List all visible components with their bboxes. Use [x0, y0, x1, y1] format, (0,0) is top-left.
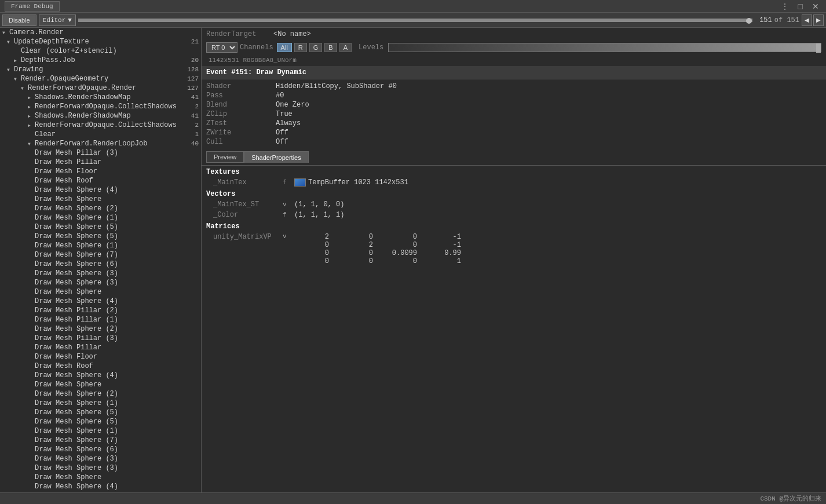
expand-arrow-icon: ▶ — [28, 95, 32, 100]
tree-item-label: Draw Mesh Sphere (6) — [35, 445, 118, 454]
tree-item[interactable]: Draw Mesh Sphere (1) — [0, 399, 201, 408]
tree-item[interactable]: Draw Mesh Sphere (6) — [0, 260, 201, 269]
tree-item[interactable]: Draw Mesh Sphere (5) — [0, 417, 201, 426]
tree-item[interactable]: Clear1 — [0, 130, 201, 139]
tree-item[interactable]: Draw Mesh Sphere (3) — [0, 278, 201, 287]
vector-color-value: (1, 1, 1, 1) — [294, 211, 344, 219]
texture-maintex-row: _MainTex f TempBuffer 1023 1142x531 — [202, 177, 826, 188]
tree-item[interactable]: Draw Mesh Floor — [0, 167, 201, 176]
tree-item[interactable]: ▶RenderForwardOpaque.CollectShadows2 — [0, 102, 201, 111]
expand-arrow-icon: ▼ — [28, 141, 32, 147]
frame-slider[interactable] — [78, 19, 752, 22]
channel-all-btn[interactable]: All — [277, 43, 292, 52]
tree-item[interactable]: ▼Render.OpaqueGeometry127 — [0, 74, 201, 83]
tree-item-label: RenderForwardOpaque.CollectShadows — [35, 103, 177, 111]
tree-item[interactable]: Draw Mesh Sphere (2) — [0, 324, 201, 334]
render-target-label: RenderTarget — [206, 30, 264, 38]
tree-item[interactable]: Draw Mesh Sphere — [0, 287, 201, 297]
menu-button[interactable]: ⋮ — [779, 2, 791, 11]
tree-item-label: Drawing — [14, 65, 43, 74]
tree-item-label: Draw Mesh Sphere (4) — [35, 297, 118, 305]
tree-item[interactable]: ▼RenderForward.RenderLoopJob40 — [0, 139, 201, 148]
tree-item-label: Draw Mesh Roof — [35, 177, 93, 185]
tree-item[interactable]: Draw Mesh Roof — [0, 176, 201, 185]
tab-preview[interactable]: Preview — [206, 151, 244, 163]
tree-item-label: Draw Mesh Sphere (7) — [35, 251, 118, 259]
tree-item[interactable]: Draw Mesh Sphere (7) — [0, 436, 201, 445]
tree-item[interactable]: ▶RenderForwardOpaque.CollectShadows2 — [0, 120, 201, 130]
tree-item[interactable]: Draw Mesh Sphere (5) — [0, 408, 201, 417]
matrix-cell: 0 — [294, 249, 329, 257]
tree-item[interactable]: Draw Mesh Sphere (4) — [0, 185, 201, 195]
close-button[interactable]: ✕ — [810, 2, 821, 11]
tree-item[interactable]: ▼UpdateDepthTexture21 — [0, 37, 201, 46]
tree-item[interactable]: Draw Mesh Sphere (3) — [0, 454, 201, 463]
channel-row: RT 0 Channels All R G B A Levels — [202, 41, 826, 54]
tree-item[interactable]: Clear (color+Z+stencil) — [0, 46, 201, 56]
title-tab[interactable]: Frame Debug — [5, 1, 60, 12]
matrix-vp-row: unity_MatrixVP v 200-1020-1000.00990.990… — [202, 232, 826, 266]
levels-label: Levels — [359, 43, 383, 52]
tree-item-label: Draw Mesh Sphere (2) — [35, 325, 118, 333]
matrix-cell: 0 — [338, 257, 373, 265]
tree-item[interactable]: Draw Mesh Sphere (2) — [0, 389, 201, 399]
tree-item[interactable]: Draw Mesh Pillar (1) — [0, 315, 201, 324]
maximize-button[interactable]: □ — [796, 2, 805, 11]
tree-item[interactable]: Draw Mesh Sphere — [0, 380, 201, 389]
channel-r-btn[interactable]: R — [294, 43, 307, 52]
tree-item-label: Draw Mesh Sphere (3) — [35, 269, 118, 277]
disable-button[interactable]: Disable — [2, 14, 36, 26]
prev-arrow[interactable]: ◀ — [802, 14, 812, 26]
tree-item[interactable]: Draw Mesh Sphere (3) — [0, 463, 201, 473]
tree-item[interactable]: Draw Mesh Sphere (4) — [0, 371, 201, 380]
tree-item[interactable]: Draw Mesh Pillar (2) — [0, 306, 201, 315]
channel-b-btn[interactable]: B — [324, 43, 337, 52]
matrix-cell: 0 — [382, 257, 417, 265]
tree-item[interactable]: Draw Mesh Pillar — [0, 158, 201, 167]
tree-item[interactable]: ▶Shadows.RenderShadowMap41 — [0, 93, 201, 102]
zclip-value: True — [276, 110, 293, 118]
matrix-cell: 1 — [426, 257, 461, 265]
tree-item[interactable]: Draw Mesh Sphere (1) — [0, 213, 201, 222]
tree-item[interactable]: Draw Mesh Sphere — [0, 473, 201, 482]
tree-item[interactable]: Draw Mesh Sphere (5) — [0, 222, 201, 232]
tree-item[interactable]: Draw Mesh Pillar — [0, 343, 201, 352]
rt-selector[interactable]: RT 0 — [206, 42, 237, 53]
tree-item[interactable]: Draw Mesh Sphere (1) — [0, 241, 201, 250]
expand-arrow-icon: ▼ — [21, 86, 25, 91]
resolution-row: 1142x531 R8G8B8A8_UNorm — [202, 54, 826, 66]
tree-item[interactable]: Draw Mesh Pillar (3) — [0, 334, 201, 343]
editor-dropdown[interactable]: Editor ▼ — [39, 14, 76, 26]
shader-props-content: Textures _MainTex f TempBuffer 1023 1142… — [202, 166, 826, 492]
tree-item[interactable]: ▶DepthPass.Job20 — [0, 56, 201, 65]
expand-arrow-icon: ▼ — [14, 76, 19, 82]
tree-item[interactable]: ▶Shadows.RenderShadowMap41 — [0, 111, 201, 120]
tree-item[interactable]: Draw Mesh Sphere (2) — [0, 204, 201, 213]
tree-item[interactable]: ▼Drawing128 — [0, 65, 201, 74]
tree-item[interactable]: Draw Mesh Sphere (4) — [0, 297, 201, 306]
tree-item[interactable]: Draw Mesh Sphere — [0, 195, 201, 204]
matrix-cell: 0.99 — [426, 249, 461, 257]
tree-item-label: Draw Mesh Sphere (2) — [35, 390, 118, 398]
tree-item[interactable]: Draw Mesh Sphere (6) — [0, 445, 201, 454]
tree-item[interactable]: Draw Mesh Floor — [0, 352, 201, 361]
matrix-cell: 0 — [338, 233, 373, 241]
next-arrow[interactable]: ▶ — [813, 14, 824, 26]
props-area: Shader Hidden/BlitCopy, SubShader #0 Pas… — [202, 79, 826, 149]
tree-item[interactable]: Draw Mesh Sphere (3) — [0, 269, 201, 278]
tree-item[interactable]: Draw Mesh Roof — [0, 361, 201, 371]
channel-a-btn[interactable]: A — [339, 43, 352, 52]
tree-item[interactable]: ▼Camera.Render — [0, 28, 201, 37]
tree-item[interactable]: Draw Mesh Sphere (4) — [0, 482, 201, 491]
tree-item[interactable]: ▼RenderForwardOpaque.Render127 — [0, 83, 201, 93]
tree-item[interactable]: Draw Mesh Sphere (1) — [0, 426, 201, 436]
tree-item[interactable]: Draw Mesh Sphere (7) — [0, 250, 201, 260]
tree-item[interactable]: Draw Mesh Pillar (3) — [0, 148, 201, 158]
levels-bar[interactable] — [388, 43, 821, 52]
tab-shader-properties[interactable]: ShaderProperties — [244, 151, 309, 163]
tree-view[interactable]: ▼Camera.Render▼UpdateDepthTexture21Clear… — [0, 28, 201, 492]
tree-item[interactable]: Draw Mesh Sphere (5) — [0, 232, 201, 241]
matrix-cell: -1 — [426, 241, 461, 249]
expand-arrow-icon: ▶ — [28, 104, 32, 109]
channel-g-btn[interactable]: G — [309, 43, 323, 52]
